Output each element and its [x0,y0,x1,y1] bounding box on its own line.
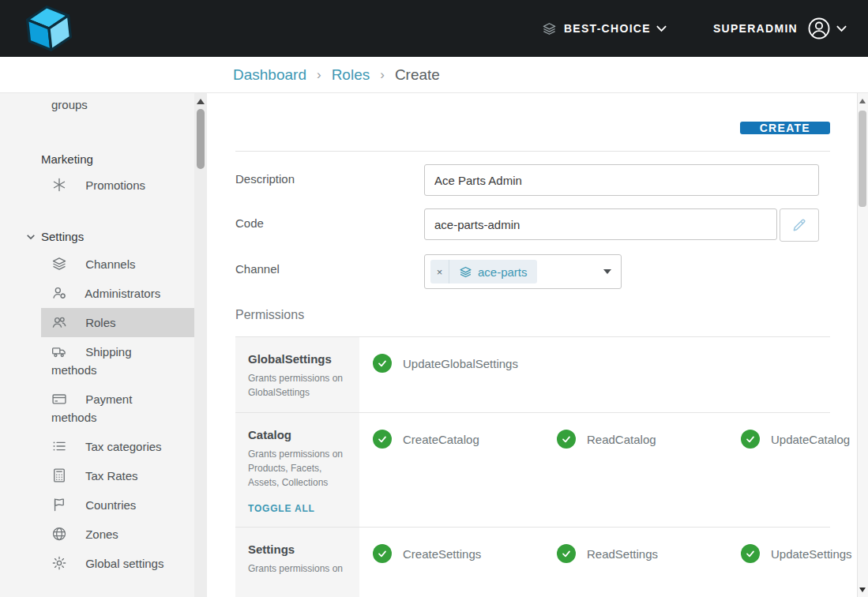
vendure-logo[interactable] [22,5,76,52]
users-icon [51,314,67,330]
sidebar-item-shipping-methods[interactable]: Shipping methods [41,337,194,385]
layers-icon [51,256,67,272]
sidebar-scrollbar-thumb[interactable] [197,109,205,169]
flag-icon [51,497,67,513]
permission-checkbox-updateglobalsettings[interactable]: UpdateGlobalSettings [373,354,557,373]
sidebar-item-label: groups [51,98,88,111]
check-icon [373,544,392,563]
scroll-up-arrow-icon[interactable] [197,99,205,104]
description-input[interactable] [424,164,819,196]
credit-card-icon [51,391,67,407]
permission-checkbox-createsettings[interactable]: CreateSettings [373,544,557,563]
permission-group-title: Settings [248,543,348,556]
chevron-down-icon [656,24,667,33]
users-group-icon [51,93,67,94]
channel-select[interactable]: × ace-parts [424,254,622,289]
layers-icon [459,265,472,279]
permission-row-globalsettings: GlobalSettings Grants permissions on Glo… [235,337,830,413]
permission-group-title: GlobalSettings [248,352,348,366]
main-panel: CREATE Description Code Channel [207,93,857,597]
user-menu[interactable]: SUPERADMIN [713,17,847,40]
channel-field-row: Channel × ace-parts [235,254,830,289]
sidebar-section-marketing: Marketing [41,152,194,166]
permission-checkbox-readsettings[interactable]: ReadSettings [557,544,741,563]
sidebar-section-settings[interactable]: Settings [26,230,194,243]
permission-row-catalog: Catalog Grants permissions on Products, … [235,413,830,528]
code-input[interactable] [424,208,777,240]
permission-label: UpdateSettings [771,547,852,561]
check-icon [373,354,392,373]
permission-label: UpdateGlobalSettings [403,357,518,370]
permission-checkbox-updatecatalog[interactable]: UpdateCatalog [741,430,857,449]
chevron-down-icon [603,269,611,274]
create-button[interactable]: CREATE [740,122,830,134]
chip-remove-button[interactable]: × [430,260,449,283]
permissions-heading: Permissions [235,308,830,322]
toggle-all-button[interactable]: TOGGLE ALL [248,503,348,514]
edit-code-button[interactable] [780,208,819,242]
permission-checkbox-updatesettings[interactable]: UpdateSettings [741,544,857,563]
sidebar-item-administrators[interactable]: Administrators [41,279,194,308]
permission-label: ReadCatalog [587,433,656,446]
chevron-down-icon [26,232,36,242]
permission-group-description: Grants permissions on GlobalSettings [248,371,348,400]
channel-switcher[interactable]: BEST-CHOICE [542,21,667,36]
sidebar-item-customer-groups[interactable]: groups [41,93,194,119]
truck-icon [51,344,67,359]
promotions-icon [51,177,67,193]
sidebar-item-label: Global settings [85,557,163,570]
permission-checkbox-readcatalog[interactable]: ReadCatalog [557,430,741,449]
permission-group-description: Grants permissions on Products, Facets, … [248,447,348,490]
sidebar-item-label: Zones [85,528,118,541]
scroll-down-arrow-icon[interactable] [859,588,866,592]
permissions-table: GlobalSettings Grants permissions on Glo… [235,336,830,597]
channel-chip: × ace-parts [430,260,537,283]
sidebar-scrollbar[interactable] [194,93,207,597]
topbar-right: BEST-CHOICE SUPERADMIN [542,17,847,40]
administrator-icon [51,285,67,301]
main-scrollbar-thumb[interactable] [859,111,866,207]
check-icon [741,430,760,449]
permission-label: ReadSettings [587,547,658,561]
sidebar-item-countries[interactable]: Countries [41,490,194,520]
sidebar-item-payment-methods[interactable]: Payment methods [41,385,194,432]
code-label: Code [235,208,424,242]
permission-label: CreateSettings [403,547,481,561]
permission-label: CreateCatalog [403,433,479,446]
sidebar-item-label: Tax categories [85,440,162,453]
gear-icon [51,555,67,571]
breadcrumb-current: Create [395,66,440,84]
permission-group-title: Catalog [248,428,348,441]
sidebar-item-roles[interactable]: Roles [41,308,194,337]
scroll-up-arrow-icon[interactable] [859,99,866,103]
channel-switcher-label: BEST-CHOICE [564,22,651,35]
permission-checkbox-createcatalog[interactable]: CreateCatalog [373,430,557,449]
globe-icon [51,526,67,542]
main-scrollbar[interactable] [857,93,868,597]
chevron-down-icon [836,24,847,33]
sidebar-section-label: Settings [41,230,84,243]
user-icon [807,17,831,40]
channel-label: Channel [235,254,424,289]
breadcrumb-separator: › [317,67,321,83]
user-menu-label: SUPERADMIN [713,22,798,35]
sidebar-item-label: Promotions [85,178,145,192]
sidebar-item-promotions[interactable]: Promotions [41,171,194,200]
sidebar-item-tax-rates[interactable]: Tax Rates [41,461,194,490]
check-icon [557,430,576,449]
pencil-icon [791,217,807,233]
check-icon [741,544,760,563]
sidebar-item-global-settings[interactable]: Global settings [41,549,194,578]
sidebar-item-zones[interactable]: Zones [41,520,194,549]
list-icon [51,438,67,454]
permission-label: UpdateCatalog [771,433,850,446]
description-field-row: Description [235,164,830,196]
sidebar-item-label: Tax Rates [85,469,138,482]
sidebar-item-label: Administrators [85,287,160,300]
breadcrumb-dashboard[interactable]: Dashboard [233,66,306,84]
sidebar-item-label: Roles [85,316,115,329]
breadcrumb-roles[interactable]: Roles [332,66,370,84]
sidebar-item-tax-categories[interactable]: Tax categories [41,432,194,461]
sidebar-item-channels[interactable]: Channels [41,250,194,279]
breadcrumb-separator: › [380,67,385,83]
